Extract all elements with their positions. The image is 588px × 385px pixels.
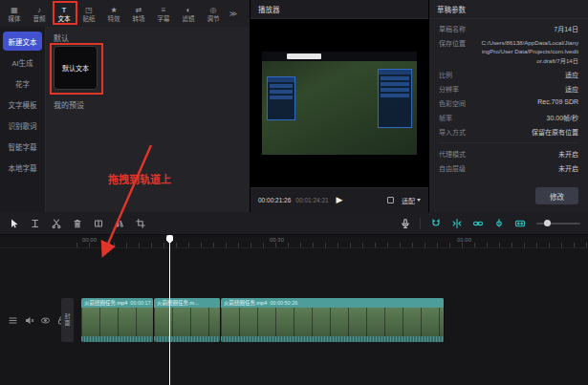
preview-window-row — [381, 94, 409, 97]
sidebar-item-fancy-text[interactable]: 花字 — [3, 74, 42, 93]
crop-icon[interactable] — [134, 217, 146, 229]
zoom-slider-knob[interactable] — [544, 220, 551, 226]
param-row-import-mode: 导入方式 保留在原有位置 — [439, 127, 578, 137]
tab-adjust[interactable]: ◎ 调节 — [201, 6, 226, 22]
tab-sticker-label: 贴纸 — [83, 15, 96, 22]
clip-audio-strip — [81, 336, 153, 342]
param-label: 帧率 — [439, 113, 452, 122]
current-time: 00:00:21:26 — [258, 197, 291, 203]
filters-icon: ◐ — [186, 6, 191, 14]
video-clip-1[interactable]: 火箭绕圈任务.mp4 00:00:17:13 — [81, 298, 154, 342]
microphone-icon[interactable] — [399, 217, 411, 229]
audio-icon: ♪ — [37, 6, 41, 14]
blade-tool-icon[interactable] — [29, 217, 41, 229]
sidebar-item-auto-captions[interactable]: 智能字幕 — [3, 137, 42, 156]
cover-button[interactable]: 封面 — [61, 298, 74, 342]
tab-transitions-label: 转场 — [133, 15, 145, 22]
tab-filters-label: 滤镜 — [183, 15, 195, 22]
tab-effects[interactable]: ★ 特效 — [101, 6, 126, 22]
sidebar-item-ai-generate[interactable]: AI生成 — [3, 53, 42, 72]
split-icon[interactable] — [50, 217, 62, 229]
param-value: 适应 — [565, 70, 578, 79]
hide-track-icon[interactable] — [40, 315, 51, 326]
delete-icon[interactable] — [71, 217, 83, 229]
param-label: 代理模式 — [439, 149, 466, 159]
timeline-fit-icon[interactable] — [513, 217, 526, 229]
clip-name: 火箭绕圈任务.m... — [157, 299, 199, 307]
video-clip-2[interactable]: 火箭绕圈任务.m... — [154, 298, 221, 342]
select-tool-icon[interactable] — [8, 217, 20, 229]
param-label: 草稿名称 — [439, 24, 466, 33]
adjust-icon: ◎ — [210, 6, 217, 14]
sidebar-item-local-captions[interactable]: 本地字幕 — [3, 158, 42, 177]
fit-ratio-dropdown[interactable]: 适配 — [402, 196, 421, 205]
param-row-proxy-mode: 代理模式 未开启 — [439, 149, 578, 159]
video-frame — [262, 52, 417, 155]
timeline-ruler[interactable]: 00:00 00:30 01:00 — [0, 235, 588, 248]
tab-adjust-label: 调节 — [207, 15, 220, 22]
sidebar-item-text-templates[interactable]: 文字模板 — [3, 95, 42, 114]
sticker-icon: ◳ — [85, 6, 93, 14]
default-text-card[interactable]: 默认文本 — [54, 46, 98, 90]
video-preview-area[interactable] — [250, 19, 428, 187]
param-row-resolution: 分辨率 适应 — [439, 84, 578, 94]
draft-params-title: 草稿参数 — [429, 0, 588, 19]
param-value: Rec.709 SDR — [537, 98, 578, 105]
main-track-magnet-icon[interactable] — [429, 217, 442, 229]
linkage-icon[interactable] — [471, 217, 484, 229]
param-label: 比例 — [439, 70, 452, 79]
preview-window-row — [381, 82, 409, 86]
tabs-overflow-icon[interactable]: ≫ — [226, 10, 241, 18]
captions-icon: ≡ — [162, 6, 166, 14]
clip-duration: 00:00:17:13 — [130, 300, 153, 306]
tab-text[interactable]: T 文本 — [52, 6, 76, 22]
param-value: 未开启 — [558, 149, 578, 159]
timeline-zoom-slider[interactable] — [536, 223, 580, 225]
tab-captions[interactable]: ≡ 字幕 — [151, 6, 176, 22]
tab-sticker[interactable]: ◳ 贴纸 — [76, 6, 101, 22]
tab-media[interactable]: ▦ 媒体 — [2, 6, 27, 22]
tab-filters[interactable]: ◐ 滤镜 — [176, 6, 201, 22]
section-default-label: 默认 — [54, 32, 69, 43]
tab-audio[interactable]: ♪ 音频 — [27, 6, 52, 22]
preview-window-row — [381, 88, 409, 92]
fullscreen-icon[interactable] — [387, 197, 394, 203]
ruler-ticks — [76, 243, 588, 247]
preview-browser-tab — [287, 53, 321, 59]
clip-header: 火箭绕圈任务.m... — [154, 298, 220, 308]
tab-transitions[interactable]: ⇄ 转场 — [126, 6, 151, 22]
freeze-frame-icon[interactable] — [92, 217, 104, 229]
sidebar-item-new-text[interactable]: 新建文本 — [3, 32, 42, 51]
ruler-label: 00:00 — [82, 237, 97, 243]
mirror-icon[interactable] — [113, 217, 125, 229]
param-label: 自由层级 — [439, 163, 466, 173]
app-window: ▦ 媒体 ♪ 音频 T 文本 ◳ 贴纸 ★ 特效 — [0, 0, 588, 385]
timeline-tracks[interactable]: 封面 火箭绕圈任务.mp4 00:00:17:13 火箭绕圈任务.m... — [0, 248, 588, 385]
main-video-track: 火箭绕圈任务.mp4 00:00:17:13 火箭绕圈任务.m... — [81, 298, 445, 342]
total-duration: 00:01:24:21 — [295, 197, 328, 203]
playhead-line[interactable] — [169, 235, 170, 385]
clip-audio-strip — [221, 336, 444, 342]
clip-header: 火箭绕圈任务.mp4 00:00:50:26 — [221, 298, 444, 308]
transitions-icon: ⇄ — [136, 6, 142, 14]
preview-window-header — [379, 70, 411, 75]
preview-floating-window-right — [378, 69, 412, 128]
tab-effects-label: 特效 — [108, 15, 120, 22]
play-button[interactable]: ▶ — [337, 196, 343, 204]
preview-window-row — [270, 84, 293, 88]
mute-track-icon[interactable] — [24, 315, 34, 326]
media-tabs-bar: ▦ 媒体 ♪ 音频 T 文本 ◳ 贴纸 ★ 特效 — [0, 0, 250, 27]
draft-params-panel: 草稿参数 草稿名称 7月14日 保存位置 C:/Users/86138/AppD… — [429, 0, 588, 212]
modify-button[interactable]: 修改 — [535, 187, 578, 204]
top-region: ▦ 媒体 ♪ 音频 T 文本 ◳ 贴纸 ★ 特效 — [0, 0, 588, 212]
preview-axis-icon[interactable] — [492, 217, 505, 229]
param-row-free-layers: 自由层级 未开启 — [439, 163, 578, 173]
video-clip-3[interactable]: 火箭绕圈任务.mp4 00:00:50:26 — [221, 298, 445, 342]
auto-snap-icon[interactable] — [450, 217, 463, 229]
sidebar-item-lyrics-recognition[interactable]: 识别歌词 — [3, 116, 42, 135]
section-presets-label: 我的预设 — [54, 99, 84, 110]
preview-app-titlebar — [262, 52, 417, 61]
track-menu-icon[interactable] — [8, 315, 18, 326]
ruler-label: 00:30 — [270, 237, 284, 243]
clip-header: 火箭绕圈任务.mp4 00:00:17:13 — [81, 298, 153, 308]
